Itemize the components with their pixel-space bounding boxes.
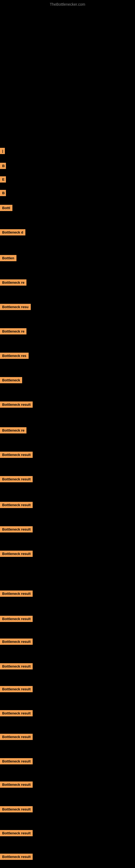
bottleneck-result-label-5: Bottl bbox=[0, 205, 12, 211]
bottleneck-result-label-15: Bottleneck result bbox=[0, 452, 33, 458]
bottleneck-result-label-28: Bottleneck result bbox=[0, 781, 33, 788]
bottleneck-result-label-6: Bottleneck d bbox=[0, 229, 26, 236]
bottleneck-result-label-25: Bottleneck result bbox=[0, 710, 33, 716]
bottleneck-result-label-21: Bottleneck result bbox=[0, 616, 33, 622]
bottleneck-result-label-24: Bottleneck result bbox=[0, 686, 33, 692]
bottleneck-result-label-22: Bottleneck result bbox=[0, 639, 33, 645]
bottleneck-result-label-1: | bbox=[0, 148, 5, 154]
bottleneck-result-label-9: Bottleneck resu bbox=[0, 304, 31, 310]
bottleneck-result-label-19: Bottleneck result bbox=[0, 551, 33, 557]
bottleneck-result-label-2: B bbox=[0, 163, 6, 169]
bottleneck-result-label-10: Bottleneck re bbox=[0, 328, 27, 335]
bottleneck-result-label-8: Bottleneck re bbox=[0, 279, 27, 286]
bottleneck-result-label-16: Bottleneck result bbox=[0, 476, 33, 482]
bottleneck-result-label-3: E bbox=[0, 176, 6, 183]
bottleneck-result-label-26: Bottleneck result bbox=[0, 734, 33, 740]
bottleneck-result-label-14: Bottleneck re bbox=[0, 427, 27, 433]
bottleneck-result-label-31: Bottleneck result bbox=[0, 854, 33, 860]
bottleneck-result-label-20: Bottleneck result bbox=[0, 590, 33, 597]
bottleneck-result-label-4: B bbox=[0, 190, 6, 196]
bottleneck-result-label-11: Bottleneck res bbox=[0, 352, 29, 359]
bottleneck-result-label-27: Bottleneck result bbox=[0, 758, 33, 764]
bottleneck-result-label-13: Bottleneck result bbox=[0, 401, 33, 408]
bottleneck-result-label-29: Bottleneck result bbox=[0, 806, 33, 812]
bottleneck-result-label-17: Bottleneck result bbox=[0, 502, 33, 508]
site-title: TheBottlenecker.com bbox=[50, 2, 85, 6]
bottleneck-result-label-18: Bottleneck result bbox=[0, 526, 33, 532]
bottleneck-result-label-7: Bottlen bbox=[0, 255, 16, 261]
bottleneck-result-label-30: Bottleneck result bbox=[0, 830, 33, 836]
bottleneck-result-label-12: Bottleneck bbox=[0, 377, 22, 383]
bottleneck-result-label-23: Bottleneck result bbox=[0, 663, 33, 670]
